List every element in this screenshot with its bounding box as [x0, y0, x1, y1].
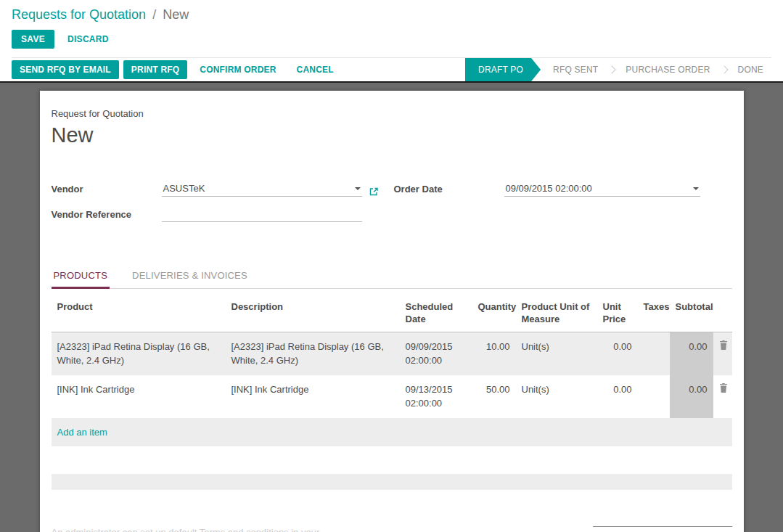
vendor-field-row: Vendor ASUSTeK	[52, 181, 394, 197]
rfq-form-page: Requests for Quotation / New SAVE DISCAR…	[0, 0, 783, 532]
cell-description[interactable]: [A2323] iPad Retina Display (16 GB, Whit…	[226, 332, 400, 375]
cell-subtotal: 0.00	[670, 375, 713, 418]
breadcrumb-parent-link[interactable]: Requests for Quotation	[12, 7, 146, 22]
order-date-input[interactable]: 09/09/2015 02:00:00	[504, 183, 700, 197]
vendor-reference-field-row: Vendor Reference	[52, 206, 394, 222]
notebook-tabs: PRODUCTS DELIVERIES & INVOICES	[52, 263, 732, 289]
form-view-background: Request for Quotation New Vendor ASUSTeK	[0, 83, 783, 532]
vendor-value: ASUSTeK	[163, 183, 350, 194]
cell-delete	[713, 375, 732, 418]
cancel-button[interactable]: CANCEL	[289, 60, 342, 79]
status-step-purchase-order[interactable]: PURCHASE ORDER	[615, 58, 721, 81]
column-header-unit-price[interactable]: Unit Price	[597, 292, 638, 332]
cell-uom[interactable]: Unit(s)	[516, 375, 597, 418]
terms-textarea[interactable]	[52, 526, 362, 532]
statusbar: DRAFT PO RFQ SENT PURCHASE ORDER DONE	[465, 58, 783, 81]
column-header-scheduled-date[interactable]: Scheduled Date	[400, 292, 472, 332]
control-panel: Requests for Quotation / New SAVE DISCAR…	[0, 0, 783, 58]
status-step-draft-po[interactable]: DRAFT PO	[465, 58, 541, 81]
cell-product[interactable]: [INK] Ink Cartridge	[52, 375, 226, 418]
cell-description[interactable]: [INK] Ink Cartridge	[226, 375, 400, 418]
totals-block: Untaxed Amount : 0.00€ Taxes : 0.00€ Tot…	[593, 526, 732, 532]
cell-scheduled-date[interactable]: 09/09/2015 02:00:00	[400, 332, 472, 375]
tab-products[interactable]: PRODUCTS	[52, 263, 110, 289]
order-lines-table: Product Description Scheduled Date Quant…	[52, 292, 732, 446]
cell-uom[interactable]: Unit(s)	[516, 332, 597, 375]
column-header-subtotal[interactable]: Subtotal	[670, 292, 713, 332]
toolbar-buttons: SEND RFQ BY EMAIL PRINT RFQ CONFIRM ORDE…	[0, 58, 342, 81]
table-row: [A2323] iPad Retina Display (16 GB, Whit…	[52, 332, 732, 375]
order-date-label: Order Date	[394, 184, 504, 197]
order-date-value: 09/09/2015 02:00:00	[506, 183, 689, 194]
table-row: [INK] Ink Cartridge [INK] Ink Cartridge …	[52, 375, 732, 418]
form-sheet: Request for Quotation New Vendor ASUSTeK	[40, 91, 744, 532]
sheet-footer: Untaxed Amount : 0.00€ Taxes : 0.00€ Tot…	[52, 526, 732, 532]
sheet-subtitle: Request for Quotation	[52, 108, 732, 119]
column-header-uom[interactable]: Product Unit of Measure	[516, 292, 597, 332]
column-header-taxes[interactable]: Taxes	[638, 292, 670, 332]
fields-right-column: Order Date 09/09/2015 02:00:00	[394, 181, 732, 232]
cell-unit-price[interactable]: 0.00	[597, 375, 638, 418]
column-header-description[interactable]: Description	[226, 292, 400, 332]
vendor-reference-label: Vendor Reference	[52, 209, 162, 222]
header-fields: Vendor ASUSTeK	[52, 181, 732, 232]
column-header-delete	[713, 292, 732, 332]
control-panel-actions: SAVE DISCARD	[12, 30, 771, 49]
cell-subtotal: 0.00	[670, 332, 713, 375]
cell-quantity[interactable]: 10.00	[472, 332, 516, 375]
add-an-item-link[interactable]: Add an item	[57, 427, 107, 438]
confirm-order-button[interactable]: CONFIRM ORDER	[192, 60, 284, 79]
cell-quantity[interactable]: 50.00	[472, 375, 516, 418]
cell-taxes[interactable]	[638, 332, 670, 375]
column-header-quantity[interactable]: Quantity	[472, 292, 516, 332]
form-toolbar: SEND RFQ BY EMAIL PRINT RFQ CONFIRM ORDE…	[0, 58, 783, 83]
table-header-row: Product Description Scheduled Date Quant…	[52, 292, 732, 332]
breadcrumb-current: New	[163, 7, 189, 22]
vendor-reference-input[interactable]	[162, 208, 362, 222]
cell-delete	[713, 332, 732, 375]
vendor-dropdown-caret-icon[interactable]	[355, 187, 361, 190]
order-date-dropdown-caret-icon[interactable]	[693, 187, 699, 190]
delete-row-icon[interactable]	[719, 382, 728, 397]
vendor-reference-value	[163, 208, 361, 219]
column-header-product[interactable]: Product	[52, 292, 226, 332]
vendor-label: Vendor	[52, 184, 162, 197]
send-rfq-by-email-button[interactable]: SEND RFQ BY EMAIL	[12, 60, 119, 79]
empty-section-bar	[52, 474, 732, 490]
vendor-input[interactable]: ASUSTeK	[162, 183, 362, 197]
cell-taxes[interactable]	[638, 375, 670, 418]
order-date-field-row: Order Date 09/09/2015 02:00:00	[394, 181, 732, 197]
discard-button[interactable]: DISCARD	[60, 30, 116, 49]
breadcrumb: Requests for Quotation / New	[12, 7, 771, 22]
tab-deliveries-invoices[interactable]: DELIVERIES & INVOICES	[130, 263, 250, 288]
print-rfq-button[interactable]: PRINT RFQ	[123, 60, 187, 79]
fields-left-column: Vendor ASUSTeK	[52, 181, 394, 232]
cell-product[interactable]: [A2323] iPad Retina Display (16 GB, Whit…	[52, 332, 226, 375]
save-button[interactable]: SAVE	[12, 30, 54, 49]
add-item-row: Add an item	[52, 418, 732, 447]
terms-and-conditions	[52, 526, 362, 532]
record-title: New	[52, 123, 732, 147]
vendor-external-link-icon[interactable]	[369, 187, 379, 197]
untaxed-amount-row: Untaxed Amount : 0.00€	[593, 526, 732, 532]
cell-scheduled-date[interactable]: 09/13/2015 02:00:00	[400, 375, 472, 418]
cell-unit-price[interactable]: 0.00	[597, 332, 638, 375]
status-step-done[interactable]: DONE	[727, 58, 774, 81]
status-step-rfq-sent[interactable]: RFQ SENT	[542, 58, 609, 81]
delete-row-icon[interactable]	[719, 340, 728, 354]
breadcrumb-separator: /	[152, 7, 156, 22]
